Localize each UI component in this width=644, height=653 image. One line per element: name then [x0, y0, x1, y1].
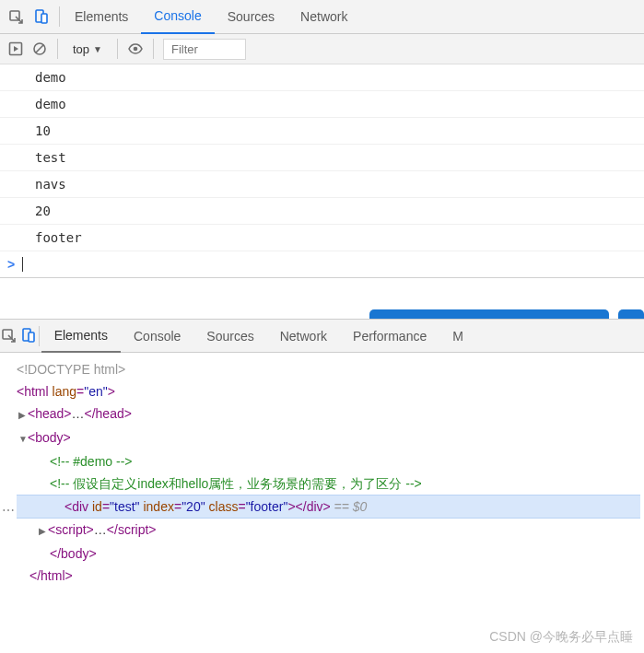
tab-m[interactable]: M [439, 319, 476, 353]
tag: <div [64, 499, 92, 514]
tag: </script> [107, 522, 157, 537]
divider [117, 39, 118, 59]
tab-elements[interactable]: Elements [41, 319, 121, 353]
console-toolbar: top ▼ [0, 34, 644, 64]
attr: index [143, 499, 173, 514]
context-label: top [73, 42, 89, 56]
console-row: demo [0, 64, 644, 91]
divider [153, 39, 154, 59]
val: "20" [181, 499, 205, 514]
comment: <!-- 假设自定义index和hello属性，业务场景的需要，为了区分 --> [50, 476, 422, 491]
elements-panel: ElementsConsoleSourcesNetworkPerformance… [0, 319, 644, 592]
svg-point-5 [134, 47, 138, 52]
clear-icon[interactable] [31, 41, 48, 57]
panel-gap [0, 278, 644, 319]
tab-sources[interactable]: Sources [193, 319, 266, 353]
tag: </head> [85, 406, 132, 421]
inspect-icon[interactable] [0, 327, 17, 344]
tab-sources[interactable]: Sources [215, 0, 287, 34]
comment: <!-- #demo --> [50, 454, 132, 469]
chevron-down-icon: ▼ [93, 44, 102, 54]
attr: lang [53, 384, 76, 399]
tag: > [287, 499, 295, 514]
eye-icon[interactable] [127, 41, 144, 57]
context-selector[interactable]: top ▼ [67, 41, 108, 58]
console-row: footer [0, 225, 644, 251]
expand-icon[interactable]: ▶ [39, 520, 48, 542]
tag: <script> [48, 522, 94, 537]
watermark: CSDN @今晚务必早点睡 [489, 629, 633, 646]
divider [57, 39, 58, 59]
svg-rect-2 [41, 14, 47, 23]
console-row: 20 [0, 198, 644, 225]
selected-node[interactable]: ⋯<div id="test" index="20" class="footer… [17, 495, 640, 519]
eq-ref: == $0 [331, 499, 368, 514]
ellipsis: … [94, 522, 107, 537]
filter-input[interactable] [163, 39, 246, 60]
elements-source[interactable]: <!DOCTYPE html> <html lang="en"> ▶<head>… [0, 353, 644, 592]
console-row: test [0, 145, 644, 171]
tag: > [108, 384, 115, 399]
tab-performance[interactable]: Performance [340, 319, 439, 353]
console-prompt[interactable]: > [0, 251, 644, 277]
tag: </html> [29, 568, 73, 583]
console-row: demo [0, 91, 644, 118]
device-icon[interactable] [33, 8, 50, 25]
device-icon[interactable] [20, 327, 37, 344]
tag: <head> [28, 406, 72, 421]
bottom-tabbar-tools [0, 327, 37, 345]
expand-icon[interactable]: ▶ [18, 404, 28, 426]
top-tabbar-tools [0, 8, 57, 25]
val: "footer" [246, 499, 288, 514]
val: "en" [84, 384, 108, 399]
ellipsis: … [72, 406, 85, 421]
doctype: <!DOCTYPE html> [17, 362, 125, 377]
chevron-right-icon: > [7, 257, 15, 272]
svg-rect-8 [29, 332, 34, 342]
tab-elements[interactable]: Elements [62, 0, 141, 34]
bottom-tabs: ElementsConsoleSourcesNetworkPerformance… [41, 319, 476, 353]
bottom-tabbar: ElementsConsoleSourcesNetworkPerformance… [0, 319, 644, 353]
tab-network[interactable]: Network [267, 319, 340, 353]
blue-pill [618, 309, 644, 319]
blue-strip [369, 309, 644, 319]
divider [39, 326, 40, 346]
collapse-icon[interactable]: ▼ [18, 428, 28, 450]
tab-console[interactable]: Console [141, 0, 214, 34]
tab-console[interactable]: Console [121, 319, 193, 353]
val: "test" [110, 499, 140, 514]
tag: <body> [28, 430, 71, 445]
more-icon[interactable]: ⋯ [2, 499, 16, 521]
tab-network[interactable]: Network [287, 0, 360, 34]
console-output: demodemo10testnavs20footer [0, 64, 644, 251]
attr: id [92, 499, 102, 514]
top-tabbar: ElementsConsoleSourcesNetwork [0, 0, 644, 34]
console-row: navs [0, 171, 644, 198]
attr: class [209, 499, 239, 514]
tag: <html [17, 384, 53, 399]
tag: </div> [296, 499, 331, 514]
divider [59, 6, 60, 27]
tag: </body> [50, 546, 97, 561]
cursor [22, 257, 23, 272]
console-row: 10 [0, 118, 644, 145]
top-tabs: ElementsConsoleSourcesNetwork [62, 0, 360, 34]
console-panel: ElementsConsoleSourcesNetwork top ▼ demo… [0, 0, 644, 278]
inspect-icon[interactable] [7, 8, 24, 25]
blue-pill [369, 309, 609, 319]
play-icon[interactable] [7, 41, 24, 57]
